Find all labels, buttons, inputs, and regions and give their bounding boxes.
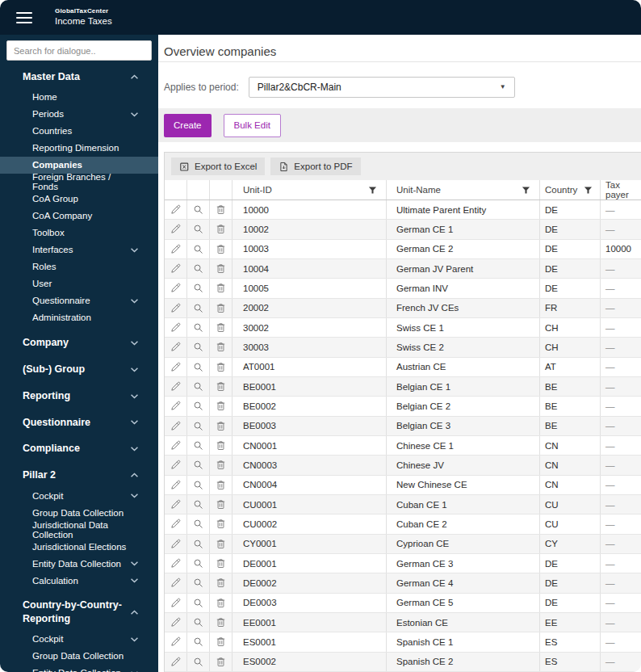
sidebar-section-questionnaire[interactable]: Questionnaire (0, 411, 158, 435)
delete-button[interactable] (215, 538, 227, 550)
sidebar-item-countries[interactable]: Countries (0, 123, 158, 140)
view-button[interactable] (192, 439, 204, 452)
edit-button[interactable] (170, 577, 182, 589)
edit-button[interactable] (170, 538, 182, 550)
hamburger-menu-icon[interactable] (16, 12, 32, 23)
view-button[interactable] (192, 636, 204, 648)
create-button[interactable]: Create (164, 114, 212, 137)
edit-button[interactable] (170, 380, 182, 393)
sidebar-item-companies[interactable]: Companies (0, 157, 158, 174)
sidebar-section-sub-group[interactable]: (Sub-) Group (0, 358, 158, 381)
sidebar-section-company[interactable]: Company (0, 331, 158, 355)
view-button[interactable] (192, 656, 204, 668)
view-button[interactable] (192, 223, 204, 235)
sidebar-section-country-by-country-reporting[interactable]: Country-by-Country-Reporting (0, 594, 158, 631)
view-button[interactable] (192, 577, 204, 589)
bulk-edit-button[interactable]: Bulk Edit (224, 114, 281, 137)
view-button[interactable] (192, 204, 204, 216)
sidebar-item-administration[interactable]: Administration (0, 309, 158, 326)
edit-button[interactable] (170, 616, 182, 628)
delete-button[interactable] (215, 439, 227, 452)
sidebar-item-interfaces[interactable]: Interfaces (0, 242, 158, 258)
edit-button[interactable] (170, 459, 182, 471)
edit-button[interactable] (170, 302, 182, 314)
view-button[interactable] (192, 321, 204, 334)
sidebar-item-questionnaire[interactable]: Questionnaire (0, 292, 158, 309)
view-button[interactable] (192, 282, 204, 294)
view-button[interactable] (192, 538, 204, 550)
view-button[interactable] (192, 400, 204, 412)
sidebar-item-jurisdictional-elections[interactable]: Jurisdictional Elections (0, 538, 158, 555)
sidebar-item-roles[interactable]: Roles (0, 258, 158, 275)
delete-button[interactable] (215, 636, 227, 648)
sidebar-item-user[interactable]: User (0, 275, 158, 292)
delete-button[interactable] (215, 518, 227, 530)
delete-button[interactable] (215, 262, 227, 275)
edit-button[interactable] (170, 361, 182, 373)
sidebar-section-compliance[interactable]: Compliance (0, 437, 158, 460)
edit-button[interactable] (170, 341, 182, 353)
column-header-unit-id[interactable]: Unit-ID (233, 180, 387, 200)
sidebar-section-reporting[interactable]: Reporting (0, 384, 158, 408)
sidebar-item-entity-data-collection[interactable]: Entity Data Collection (0, 665, 158, 672)
view-button[interactable] (192, 243, 204, 255)
filter-icon[interactable] (583, 185, 593, 195)
edit-button[interactable] (170, 420, 182, 432)
view-button[interactable] (192, 262, 204, 275)
view-button[interactable] (192, 557, 204, 569)
view-button[interactable] (192, 459, 204, 471)
sidebar-item-entity-data-collection[interactable]: Entity Data Collection (0, 555, 158, 572)
view-button[interactable] (192, 341, 204, 353)
delete-button[interactable] (215, 420, 227, 432)
delete-button[interactable] (215, 361, 227, 373)
sidebar-section-master-data[interactable]: Master Data (0, 65, 158, 89)
edit-button[interactable] (170, 204, 182, 216)
sidebar-item-toolbox[interactable]: Toolbox (0, 225, 158, 242)
export-pdf-button[interactable]: Export to PDF (270, 158, 360, 175)
edit-button[interactable] (170, 498, 182, 510)
delete-button[interactable] (215, 479, 227, 491)
period-select[interactable]: Pillar2&CbCR-Main ▼ (249, 77, 515, 98)
export-excel-button[interactable]: Export to Excel (171, 158, 265, 175)
edit-button[interactable] (170, 636, 182, 648)
edit-button[interactable] (170, 557, 182, 569)
view-button[interactable] (192, 616, 204, 628)
edit-button[interactable] (170, 321, 182, 334)
delete-button[interactable] (215, 341, 227, 353)
edit-button[interactable] (170, 656, 182, 668)
search-input[interactable] (6, 40, 152, 61)
sidebar-item-foreign-branches-fonds[interactable]: Foreign Branches / Fonds (0, 174, 158, 191)
sidebar-item-cockpit[interactable]: Cockpit (0, 487, 158, 504)
edit-button[interactable] (170, 597, 182, 609)
sidebar-item-coa-group[interactable]: CoA Group (0, 191, 158, 208)
sidebar-item-cockpit[interactable]: Cockpit (0, 631, 158, 648)
delete-button[interactable] (215, 282, 227, 294)
delete-button[interactable] (215, 302, 227, 314)
edit-button[interactable] (170, 439, 182, 452)
delete-button[interactable] (215, 597, 227, 609)
delete-button[interactable] (215, 400, 227, 412)
delete-button[interactable] (215, 243, 227, 255)
filter-icon[interactable] (367, 185, 378, 195)
view-button[interactable] (192, 597, 204, 609)
edit-button[interactable] (170, 400, 182, 412)
view-button[interactable] (192, 479, 204, 491)
sidebar-item-calculation[interactable]: Calculation (0, 572, 158, 589)
edit-button[interactable] (170, 262, 182, 275)
edit-button[interactable] (170, 518, 182, 530)
delete-button[interactable] (215, 577, 227, 589)
column-header-tax-payer[interactable]: Tax payer (601, 180, 641, 200)
sidebar-item-periods[interactable]: Periods (0, 106, 158, 123)
delete-button[interactable] (215, 321, 227, 334)
column-header-country[interactable]: Country (540, 180, 601, 200)
edit-button[interactable] (170, 479, 182, 491)
view-button[interactable] (192, 361, 204, 373)
sidebar-item-reporting-dimension[interactable]: Reporting Dimension (0, 140, 158, 157)
delete-button[interactable] (215, 204, 227, 216)
view-button[interactable] (192, 302, 204, 314)
view-button[interactable] (192, 498, 204, 510)
filter-icon[interactable] (521, 185, 531, 195)
view-button[interactable] (192, 518, 204, 530)
delete-button[interactable] (215, 616, 227, 628)
sidebar-item-home[interactable]: Home (0, 89, 158, 106)
